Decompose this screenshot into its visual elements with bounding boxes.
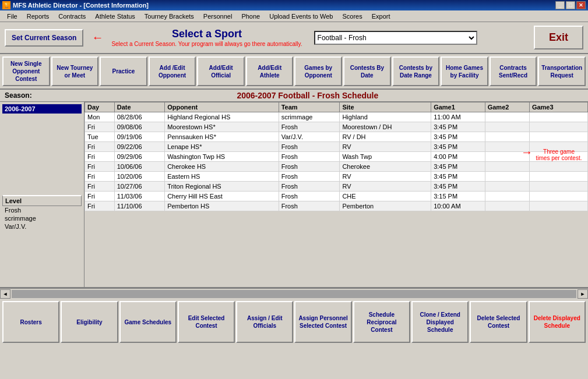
cell-site: RV / DH xyxy=(340,132,431,142)
cell-day: Fri xyxy=(85,201,115,211)
top-section: Set Current Season ← Select a Sport Sele… xyxy=(0,22,588,54)
set-season-button[interactable]: Set Current Season xyxy=(5,29,83,47)
menu-bar: File Reports Contracts Athlete Status To… xyxy=(0,10,588,22)
cell-team: Frosh xyxy=(279,201,340,211)
main-content: 2006-2007 Level Frosh scrimmage Var/J.V.… xyxy=(0,102,588,288)
menu-scores[interactable]: Scores xyxy=(337,12,367,21)
minimize-button[interactable]: _ xyxy=(555,1,565,9)
nav-buttons-bar: New Single Opponent Contest New Tourney … xyxy=(0,54,588,90)
nav-transportation[interactable]: Transportation Request xyxy=(538,56,586,86)
btn-rosters[interactable]: Rosters xyxy=(2,301,59,343)
menu-reports[interactable]: Reports xyxy=(22,12,54,21)
horizontal-scrollbar[interactable]: ◄ ► xyxy=(0,288,588,299)
level-scrimmage[interactable]: scrimmage xyxy=(2,214,82,222)
schedule-table: Day Date Opponent Team Site Game1 Game2 … xyxy=(84,102,588,211)
table-row[interactable]: Fri10/20/06Eastern HSFroshRV3:45 PM xyxy=(85,172,588,182)
cell-site: RV xyxy=(340,182,431,192)
cell-game1: 4:00 PM xyxy=(431,152,485,162)
menu-athlete-status[interactable]: Athlete Status xyxy=(90,12,140,21)
level-header: Level xyxy=(2,195,82,206)
scroll-track[interactable] xyxy=(12,290,576,298)
cell-game3 xyxy=(529,132,587,142)
table-row[interactable]: Tue09/19/06Pennsauken HS*Var/J.V.RV / DH… xyxy=(85,132,588,142)
cell-game3 xyxy=(529,122,587,132)
cell-game1: 3:45 PM xyxy=(431,182,485,192)
cell-opponent: Pemberton HS xyxy=(165,201,279,211)
nav-add-edit-official[interactable]: Add/Edit Official xyxy=(197,56,245,86)
scroll-right-button[interactable]: ► xyxy=(578,289,588,299)
nav-add-edit-athlete[interactable]: Add/Edit Athlete xyxy=(246,56,294,86)
menu-phone[interactable]: Phone xyxy=(237,12,265,21)
table-row[interactable]: Fri11/03/06Cherry Hill HS EastFroshCHE3:… xyxy=(85,192,588,201)
window-controls[interactable]: _ □ ✕ xyxy=(555,1,586,9)
menu-contracts[interactable]: Contracts xyxy=(54,12,90,21)
nav-practice[interactable]: Practice xyxy=(100,56,147,86)
cell-game1: 11:00 AM xyxy=(431,112,485,122)
cell-game2 xyxy=(485,182,529,192)
menu-upload[interactable]: Upload Events to Web xyxy=(265,12,337,21)
table-row[interactable]: Fri09/22/06Lenape HS*FroshRV3:45 PM xyxy=(85,142,588,152)
cell-opponent: Cherokee HS xyxy=(165,162,279,172)
menu-export[interactable]: Export xyxy=(367,12,395,21)
sport-dropdown-container[interactable]: Football - Frosh xyxy=(314,31,477,45)
title-text: MFS Athletic Director - [Contest Informa… xyxy=(13,2,149,9)
btn-delete-displayed[interactable]: Delete Displayed Schedule xyxy=(529,301,586,343)
season-value: 2006-2007 xyxy=(2,104,82,114)
cell-site: Pemberton xyxy=(340,201,431,211)
nav-contracts[interactable]: Contracts Sent/Recd xyxy=(490,56,537,86)
btn-schedule-reciprocal[interactable]: Schedule Reciprocal Contest xyxy=(353,301,410,343)
bottom-buttons-bar: Rosters Eligibility Game Schedules Edit … xyxy=(0,299,588,345)
nav-contests-by-date[interactable]: Contests By Date xyxy=(343,56,391,86)
cell-day: Mon xyxy=(85,112,115,122)
cell-game2 xyxy=(485,112,529,122)
menu-file[interactable]: File xyxy=(2,12,22,21)
col-game1: Game1 xyxy=(431,102,485,112)
title-bar: 🏆 MFS Athletic Director - [Contest Infor… xyxy=(0,0,588,10)
btn-eligibility[interactable]: Eligibility xyxy=(61,301,118,343)
schedule-area[interactable]: Day Date Opponent Team Site Game1 Game2 … xyxy=(84,102,588,287)
cell-game1: 3:45 PM xyxy=(431,172,485,182)
btn-edit-selected-contest[interactable]: Edit Selected Contest xyxy=(178,301,235,343)
cell-game3 xyxy=(529,162,587,172)
cell-day: Tue xyxy=(85,132,115,142)
cell-day: Fri xyxy=(85,162,115,172)
close-button[interactable]: ✕ xyxy=(576,1,586,9)
level-frosh[interactable]: Frosh xyxy=(2,206,82,214)
scroll-left-button[interactable]: ◄ xyxy=(0,289,10,299)
nav-games-by-opponent[interactable]: Games by Opponent xyxy=(294,56,342,86)
sport-select[interactable]: Football - Frosh xyxy=(314,31,477,45)
table-row[interactable]: Fri10/06/06Cherokee HSFroshCherokee3:45 … xyxy=(85,162,588,172)
cell-date: 10/06/06 xyxy=(114,162,164,172)
maximize-button[interactable]: □ xyxy=(566,1,575,9)
cell-game3 xyxy=(529,182,587,192)
cell-site: Wash Twp xyxy=(340,152,431,162)
cell-site: Moorestown / DH xyxy=(340,122,431,132)
menu-personnel[interactable]: Personnel xyxy=(199,12,237,21)
table-row[interactable]: Fri09/29/06Washington Twp HSFroshWash Tw… xyxy=(85,152,588,162)
cell-opponent: Pennsauken HS* xyxy=(165,132,279,142)
nav-add-edit-opponent[interactable]: Add /Edit Opponent xyxy=(149,56,196,86)
table-row[interactable]: Fri09/08/06Moorestown HS*FroshMoorestown… xyxy=(85,122,588,132)
nav-contests-by-date-range[interactable]: Contests by Date Range xyxy=(392,56,440,86)
btn-assign-edit-officials[interactable]: Assign / Edit Officials xyxy=(236,301,293,343)
nav-new-tourney[interactable]: New Tourney or Meet xyxy=(51,56,99,86)
table-row[interactable]: Mon08/28/06Highland Regional HSscrimmage… xyxy=(85,112,588,122)
btn-delete-selected[interactable]: Delete Selected Contest xyxy=(470,301,527,343)
table-row[interactable]: Fri10/27/06Triton Regional HSFroshRV3:45… xyxy=(85,182,588,192)
level-varjv[interactable]: Var/J.V. xyxy=(2,222,82,231)
cell-site: CHE xyxy=(340,192,431,201)
cell-day: Fri xyxy=(85,192,115,201)
exit-button[interactable]: Exit xyxy=(534,26,583,49)
btn-clone-extend[interactable]: Clone / Extend Displayed Schedule xyxy=(411,301,469,343)
nav-new-single-opponent[interactable]: New Single Opponent Contest xyxy=(2,56,50,86)
nav-home-games-by-facility[interactable]: Home Games by Facility xyxy=(441,56,488,86)
menu-tourney-brackets[interactable]: Tourney Brackets xyxy=(140,12,199,21)
btn-assign-personnel[interactable]: Assign Personnel Selected Contest xyxy=(294,301,351,343)
btn-game-schedules[interactable]: Game Schedules xyxy=(119,301,177,343)
col-day: Day xyxy=(85,102,115,112)
table-row[interactable]: Fri11/10/06Pemberton HSFroshPemberton10:… xyxy=(85,201,588,211)
cell-opponent: Eastern HS xyxy=(165,172,279,182)
cell-date: 10/20/06 xyxy=(114,172,164,182)
cell-day: Fri xyxy=(85,152,115,162)
cell-team: Frosh xyxy=(279,122,340,132)
